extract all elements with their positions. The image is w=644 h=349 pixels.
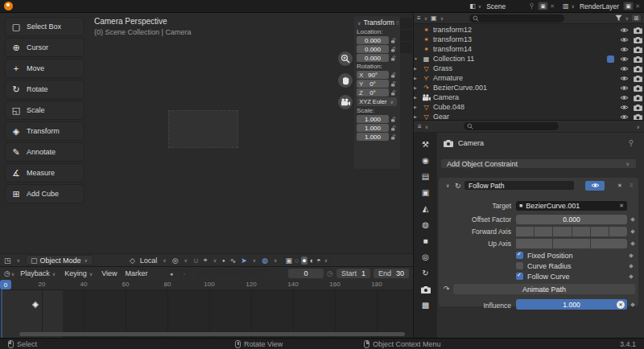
object-name[interactable]: BezierCurve.001 — [433, 84, 487, 92]
disable-render-icon[interactable] — [634, 94, 642, 101]
transport-button[interactable] — [209, 269, 221, 278]
properties-tab[interactable]: ◍ — [414, 216, 437, 232]
properties-tab[interactable]: ■ — [414, 232, 437, 248]
pan-gizmo-button[interactable] — [338, 73, 353, 88]
axis-option-button[interactable] — [516, 227, 534, 236]
shading-wireframe-icon[interactable]: ◌ — [295, 257, 299, 265]
chevron-down-icon[interactable]: ∨ — [446, 183, 449, 188]
tool-button[interactable]: ⊕ Cursor — [5, 38, 85, 57]
lock-icon[interactable] — [390, 125, 397, 132]
tool-button[interactable]: ↻ Rotate — [5, 80, 85, 99]
workspace-tab[interactable] — [101, 6, 108, 7]
offset-factor-field[interactable]: 0.000 — [516, 215, 627, 224]
object-name[interactable]: transform13 — [433, 35, 472, 43]
axis-option-button[interactable] — [516, 239, 552, 248]
scale-value-field[interactable]: 1.000 — [357, 124, 389, 132]
object-name[interactable]: Grass — [433, 64, 452, 72]
current-frame-field[interactable]: 0 — [288, 269, 324, 278]
checkbox[interactable] — [516, 262, 523, 269]
proportional-editing-icon[interactable]: ● — [222, 258, 225, 263]
new-scene-button[interactable]: ▣ — [538, 2, 548, 10]
properties-search-input[interactable] — [464, 122, 559, 130]
workspace-tab[interactable] — [114, 6, 121, 7]
falloff-icon[interactable]: ∿ — [230, 257, 237, 265]
tool-button[interactable]: + Move — [5, 59, 85, 78]
hide-eye-icon[interactable] — [620, 65, 629, 72]
hide-eye-icon[interactable] — [620, 113, 629, 121]
axis-option-button[interactable] — [609, 227, 627, 236]
lock-icon[interactable] — [390, 116, 397, 123]
lock-icon[interactable] — [390, 80, 397, 88]
auto-keying-button[interactable]: ● — [166, 269, 178, 278]
menu-item[interactable] — [16, 6, 24, 7]
outliner-search-input[interactable] — [469, 14, 564, 23]
animate-dot-icon[interactable] — [629, 274, 634, 279]
hide-eye-icon[interactable] — [620, 27, 629, 34]
outliner-row[interactable]: ▶ ▽ Grass — [414, 64, 644, 73]
mode-dropdown[interactable]: ▢ Object Mode ∨ — [26, 255, 93, 265]
tool-button[interactable]: ∡ Measure — [5, 163, 85, 183]
filter-collection-icon[interactable]: ▣ — [431, 14, 437, 22]
workspace-tab[interactable] — [76, 6, 82, 7]
blender-logo-icon[interactable] — [4, 2, 13, 10]
object-name[interactable]: Cube.048 — [433, 103, 464, 111]
toggle-xray-icon[interactable]: ▣ — [285, 257, 292, 265]
properties-tab[interactable]: ↻ — [414, 265, 437, 281]
tool-button[interactable]: ⊞ Add Cube — [5, 184, 85, 203]
animate-dot-icon[interactable] — [629, 264, 634, 269]
show-gizmo-icon[interactable]: ➤ — [241, 257, 247, 265]
outliner-row[interactable]: ▼ ▦ Collection 11 — [414, 54, 644, 64]
rotation-value-field[interactable]: Z0° — [357, 88, 389, 96]
scene-name[interactable]: Scene — [484, 2, 526, 10]
properties-tab[interactable]: ▤ — [414, 168, 437, 184]
location-value-field[interactable]: 0.000 — [357, 36, 389, 44]
outliner-row[interactable]: ▶ ↷ BezierCurve.001 — [414, 83, 644, 92]
axis-option-button[interactable] — [553, 227, 571, 236]
snap-target-icon[interactable]: ⌖ — [204, 256, 208, 265]
expand-arrow-icon[interactable]: ▼ — [414, 56, 419, 61]
clear-influence-icon[interactable]: ✕ — [617, 301, 625, 309]
properties-tab[interactable] — [414, 281, 437, 297]
outliner-row[interactable]: ▶ ϒ Armature — [414, 73, 644, 83]
timeline-editor-icon[interactable]: ◷ — [4, 269, 10, 277]
scale-value-field[interactable]: 1.000 — [357, 115, 389, 123]
render-layer-name[interactable]: RenderLayer — [577, 2, 621, 10]
3d-viewport[interactable]: Camera Perspective (0) Scene Collection … — [0, 13, 413, 253]
transport-button[interactable] — [221, 269, 233, 278]
workspace-tab[interactable] — [108, 6, 114, 7]
axis-option-button[interactable] — [553, 239, 589, 248]
expand-arrow-icon[interactable]: ▶ — [414, 85, 419, 90]
editor-type-icon[interactable]: ◳ — [4, 257, 11, 265]
expand-arrow-icon[interactable]: ▶ — [414, 66, 419, 71]
workspace-tab[interactable] — [69, 6, 76, 7]
expand-arrow-icon[interactable]: ▶ — [414, 105, 419, 109]
transport-button[interactable] — [258, 269, 269, 278]
outliner-row[interactable]: ✶ transform14 — [414, 44, 644, 54]
timeline-menu-item[interactable]: Keying ∨ — [64, 269, 93, 277]
timeline[interactable]: 204060801001201401601800 — [0, 280, 413, 338]
sidebar-tab[interactable] — [400, 30, 412, 41]
timeline-ruler[interactable]: 204060801001201401601800 — [0, 280, 413, 290]
camera-view-gizmo-button[interactable] — [338, 95, 353, 109]
shading-material-icon[interactable]: ◐ — [310, 257, 314, 265]
disable-render-icon[interactable] — [634, 46, 642, 53]
add-constraint-dropdown[interactable]: Add Object Constraint ∨ — [440, 158, 637, 169]
expand-arrow-icon[interactable]: ▶ — [414, 95, 419, 100]
new-collection-button[interactable]: ⊞ — [631, 14, 642, 23]
outliner-row[interactable]: ▶ ▽ Gear — [414, 112, 644, 120]
properties-tab[interactable]: ▣ — [414, 184, 437, 200]
hide-eye-icon[interactable] — [620, 46, 629, 53]
timeline-menu-item[interactable]: Playback ∨ — [20, 269, 56, 277]
transport-button[interactable] — [197, 269, 208, 278]
tool-button[interactable]: ✎ Annotate — [5, 142, 85, 162]
timeline-scrollbar[interactable] — [19, 332, 405, 336]
tool-button[interactable]: ◱ Scale — [5, 101, 85, 120]
lock-icon[interactable] — [390, 55, 397, 62]
animate-dot-icon[interactable] — [629, 253, 634, 258]
checkbox[interactable] — [516, 273, 523, 280]
disable-render-icon[interactable] — [634, 104, 642, 111]
timeline-channel-area[interactable] — [0, 290, 413, 338]
lock-icon[interactable] — [390, 89, 397, 96]
disable-render-icon[interactable] — [634, 84, 642, 92]
playhead-line[interactable] — [1, 289, 2, 338]
